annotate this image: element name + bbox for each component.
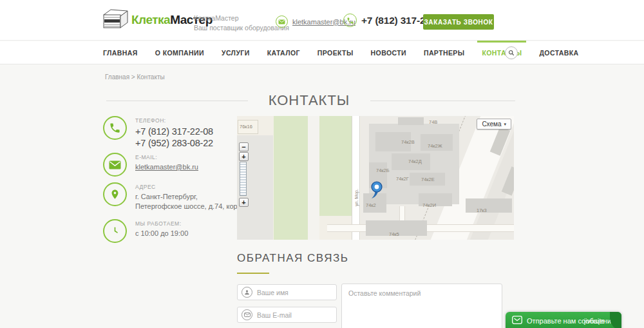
contact-email-link[interactable]: kletkamaster@bk.ru (135, 163, 198, 171)
chat-widget[interactable]: Отправьте нам сообщение jivosite (506, 312, 621, 328)
feedback-title: ОБРАТНАЯ СВЯЗЬ (237, 252, 348, 265)
phone-number-2: +7 (952) 283-08-22 (135, 137, 213, 149)
chevron-down-icon: ▾ (504, 122, 506, 127)
map-building-label: 74В (429, 119, 437, 125)
breadcrumb-separator: > (131, 73, 135, 81)
envelope-icon (276, 15, 288, 28)
map-street-label: ул. Мор. (354, 189, 359, 206)
order-call-button[interactable]: ЗАКАЗАТЬ ЗВОНОК (423, 14, 494, 30)
breadcrumb-home-link[interactable]: Главная (105, 73, 129, 81)
phone-icon (343, 14, 357, 27)
map-street (352, 116, 360, 240)
location-pin-icon (103, 182, 127, 206)
phone-number-1: +7 (812) 317-22-08 (135, 126, 213, 137)
map-building-label: 74к2И (422, 202, 436, 208)
map-layer-label: Схема (482, 121, 501, 128)
envelope-icon (103, 153, 127, 177)
address-label: АДРЕС (135, 184, 249, 190)
header-tagline: КлеткаМастер Ваш поставщик оборудования (194, 14, 289, 33)
zoom-out-button[interactable]: − (239, 142, 249, 151)
map[interactable]: 76к16 74В 74к2В 74к2Ж 74к2Д 74к2Б 74к2Г … (237, 116, 514, 240)
address-line1: г. Санкт-Петербург, (135, 192, 249, 202)
page-title: КОНТАКТЫ (248, 92, 370, 109)
map-building-label: 74к2Г (396, 176, 409, 182)
map-building-label: 74к2 (366, 202, 376, 208)
map-pin-marker (369, 180, 384, 202)
cage-logo-icon (102, 7, 129, 33)
nav-item-services[interactable]: УСЛУГИ (222, 41, 250, 64)
phone-icon (103, 116, 127, 140)
phone-label: ТЕЛЕФОН: (135, 117, 213, 124)
map-building-label: 74к2Д (408, 159, 422, 164)
breadcrumb: Главная > Контакты (105, 73, 165, 81)
map-building (466, 198, 512, 213)
contact-email-block: E-MAIL: kletkamaster@bk.ru (103, 153, 198, 177)
chat-envelope-icon (512, 315, 522, 327)
address-line2: Петергофское шоссе, д.74, корп.2. (135, 202, 249, 211)
contact-address-block: АДРЕС г. Санкт-Петербург, Петергофское ш… (103, 182, 249, 212)
zoom-in-bottom-button[interactable]: + (239, 198, 249, 207)
title-divider-right (370, 101, 515, 101)
map-building-label: 74к2В (401, 139, 415, 145)
nav-item-delivery[interactable]: ДОСТАВКА (539, 41, 578, 64)
map-park (274, 116, 308, 240)
breadcrumb-current: Контакты (137, 73, 164, 81)
map-building (398, 117, 424, 125)
nav-item-catalog[interactable]: КАТАЛОГ (267, 41, 300, 64)
chat-brand-label: jivosite (584, 317, 605, 325)
map-building-label: 74к2Е (421, 177, 435, 182)
contact-phone-block: ТЕЛЕФОН: +7 (812) 317-22-08 +7 (952) 283… (103, 116, 213, 149)
main-nav: ГЛАВНАЯ О КОМПАНИИ УСЛУГИ КАТАЛОГ ПРОЕКТ… (0, 41, 644, 64)
title-divider-left (106, 101, 248, 101)
hours-label: МЫ РАБОТАЕМ: (135, 220, 188, 227)
nav-item-about[interactable]: О КОМПАНИИ (155, 41, 204, 64)
nav-item-projects[interactable]: ПРОЕКТЫ (317, 41, 354, 64)
nav-item-home[interactable]: ГЛАВНАЯ (103, 41, 138, 64)
comment-textarea[interactable] (341, 284, 502, 328)
map-building-label: 17к3 (477, 207, 487, 213)
search-button[interactable] (505, 46, 518, 59)
map-path (308, 116, 319, 240)
header: КлеткаМастер КлеткаМастер Ваш поставщик … (0, 0, 644, 41)
feedback-title-underline (237, 273, 269, 274)
map-building-label: 76к16 (240, 124, 252, 130)
zoom-slider[interactable] (240, 162, 247, 196)
zoom-in-button[interactable]: + (239, 152, 249, 161)
contact-hours-block: МЫ РАБОТАЕМ: с 10:00 до 19:00 (103, 219, 188, 243)
map-building-label: 74к5 (389, 231, 399, 237)
map-building-label: 74к2Б (376, 168, 390, 173)
hours-value: с 10:00 до 19:00 (135, 229, 188, 238)
map-building-label: 74к2Ж (428, 143, 442, 149)
nav-item-partners[interactable]: ПАРТНЕРЫ (424, 41, 464, 64)
email-input[interactable] (237, 307, 337, 323)
email-label: E-MAIL: (135, 154, 198, 160)
map-park (319, 116, 352, 216)
name-input[interactable] (237, 284, 337, 300)
contacts-page: КлеткаМастер КлеткаМастер Ваш поставщик … (0, 0, 644, 328)
search-icon (508, 50, 515, 56)
nav-item-news[interactable]: НОВОСТИ (371, 41, 406, 64)
map-layer-button[interactable]: Схема ▾ (477, 119, 511, 130)
clock-icon (103, 219, 127, 243)
chat-leaf-decoration (610, 312, 621, 328)
